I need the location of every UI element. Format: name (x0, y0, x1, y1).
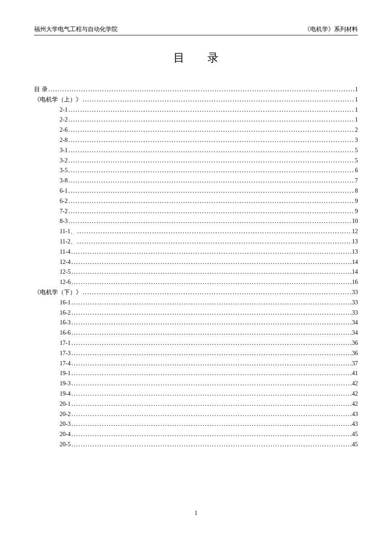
toc-leader-dots (68, 216, 352, 226)
header-left: 福州大学电气工程与自动化学院 (34, 26, 118, 33)
toc-entry-page: 1 (355, 105, 358, 115)
toc-leader-dots (68, 115, 355, 125)
toc-leader-dots (68, 176, 355, 186)
header-right: 《电机学》系列材料 (304, 26, 358, 33)
toc-entry-label: 20-4 (60, 429, 71, 439)
toc-entry-page: 3 (355, 135, 358, 145)
toc-entry-page: 36 (352, 338, 358, 348)
toc-entry-page: 33 (352, 287, 358, 298)
toc-entry-page: 10 (352, 216, 358, 226)
toc-entry: 2-21 (34, 115, 358, 125)
toc-entry-label: 20-2 (60, 409, 71, 419)
toc-entry-page: 43 (352, 409, 358, 419)
toc-entry-label: 19-3 (60, 379, 71, 389)
toc-leader-dots (82, 95, 355, 105)
toc-entry: 2-62 (34, 125, 358, 135)
toc-entry-page: 5 (355, 156, 358, 166)
toc-entry: 11-1、12 (34, 226, 358, 237)
toc-entry-page: 13 (352, 247, 358, 257)
toc-entry-label: 17-1 (60, 338, 71, 348)
toc-entry-label: 16-2 (60, 308, 71, 318)
toc-leader-dots (71, 267, 352, 277)
toc-leader-dots (71, 429, 352, 439)
toc-entry-page: 14 (352, 267, 358, 277)
toc-entry-page: 33 (352, 298, 358, 308)
toc-entry: 3-15 (34, 145, 358, 156)
toc-entry: 16-133 (34, 298, 358, 308)
toc-entry: 19-141 (34, 368, 358, 379)
toc-entry: 16-334 (34, 318, 358, 328)
toc-entry: 20-445 (34, 429, 358, 439)
toc-leader-dots (71, 399, 352, 409)
toc-entry: 12-414 (34, 257, 358, 267)
toc-entry: 20-243 (34, 409, 358, 419)
toc-entry: 2-11 (34, 105, 358, 115)
toc-entry-label: 6-1 (60, 186, 68, 196)
toc-entry: 《电机学（上）》1 (34, 95, 358, 105)
toc-entry-label: 6-2 (60, 196, 68, 206)
toc-entry-label: 20-1 (60, 399, 71, 409)
toc-entry-label: 3-1 (60, 145, 68, 156)
toc-entry-label: 3-5 (60, 165, 68, 176)
toc-entry-page: 1 (355, 115, 358, 125)
toc-entry: 11-413 (34, 247, 358, 257)
toc-entry-page: 9 (355, 206, 358, 217)
toc-entry-label: 2-6 (60, 125, 68, 135)
document-title: 目 录 (34, 50, 358, 65)
toc-leader-dots (68, 135, 355, 145)
toc-leader-dots (71, 328, 352, 338)
toc-entry: 17-136 (34, 338, 358, 348)
toc-leader-dots (71, 389, 352, 399)
page-number: 1 (0, 510, 392, 517)
toc-leader-dots (71, 308, 352, 318)
toc-entry: 20-343 (34, 419, 358, 429)
toc-entry-page: 45 (352, 439, 358, 450)
document-page: 福州大学电气工程与自动化学院 《电机学》系列材料 目 录 目 录1《电机学（上）… (0, 0, 392, 450)
toc-entry: 16-233 (34, 308, 358, 318)
toc-leader-dots (68, 206, 355, 217)
toc-entry: 20-545 (34, 439, 358, 450)
toc-entry: 3-56 (34, 165, 358, 176)
toc-entry: 6-29 (34, 196, 358, 206)
toc-leader-dots (71, 368, 352, 379)
toc-entry: 19-342 (34, 379, 358, 389)
toc-entry: 2-83 (34, 135, 358, 145)
toc-entry-label: 12-6 (60, 277, 71, 287)
toc-leader-dots (71, 298, 352, 308)
toc-leader-dots (68, 125, 355, 135)
toc-leader-dots (68, 156, 355, 166)
toc-entry-page: 41 (352, 368, 358, 379)
toc-entry-page: 14 (352, 257, 358, 267)
toc-entry-page: 36 (352, 348, 358, 358)
toc-entry-page: 2 (355, 125, 358, 135)
toc-leader-dots (68, 105, 355, 115)
toc-entry-page: 9 (355, 196, 358, 206)
toc-entry: 3-87 (34, 176, 358, 186)
toc-leader-dots (68, 186, 355, 196)
toc-entry-page: 34 (352, 328, 358, 338)
toc-entry-page: 34 (352, 318, 358, 328)
toc-entry-label: 目 录 (34, 84, 48, 95)
toc-entry-page: 45 (352, 429, 358, 439)
toc-leader-dots (68, 145, 355, 156)
toc-leader-dots (82, 287, 352, 298)
toc-entry-page: 5 (355, 145, 358, 156)
toc-entry-label: 17-4 (60, 358, 71, 369)
toc-entry-page: 8 (355, 186, 358, 196)
toc-entry-label: 3-2 (60, 156, 68, 166)
toc-entry: 6-18 (34, 186, 358, 196)
toc-entry-label: 19-4 (60, 389, 71, 399)
toc-leader-dots (68, 196, 355, 206)
toc-entry-label: 20-5 (60, 439, 71, 450)
toc-leader-dots (71, 379, 352, 389)
toc-entry: 16-634 (34, 328, 358, 338)
toc-entry-label: 8-3 (60, 216, 68, 226)
toc-entry-label: 2-1 (60, 105, 68, 115)
toc-entry: 7-29 (34, 206, 358, 217)
toc-entry-label: 《电机学（下）》 (34, 287, 82, 298)
toc-entry-page: 13 (352, 237, 358, 247)
toc-leader-dots (71, 318, 352, 328)
toc-entry: 《电机学（下）》33 (34, 287, 358, 298)
toc-leader-dots (71, 419, 352, 429)
toc-entry-label: 16-1 (60, 298, 71, 308)
